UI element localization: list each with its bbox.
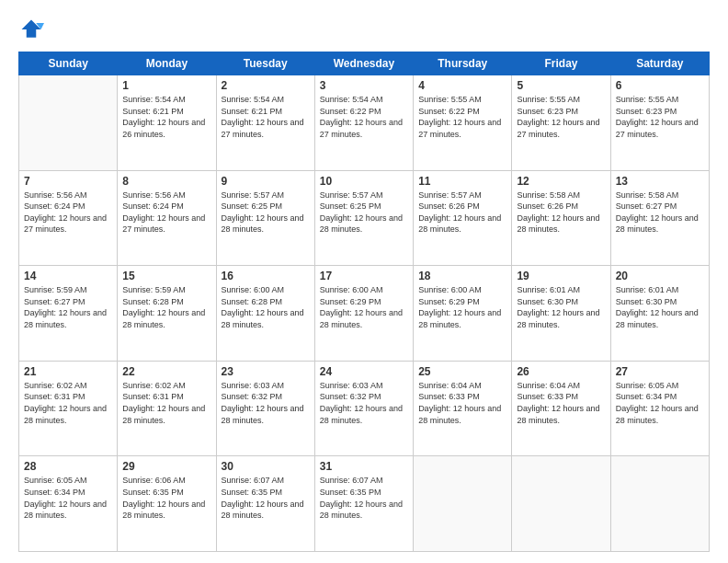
table-row: 25Sunrise: 6:04 AM Sunset: 6:33 PM Dayli… — [414, 361, 512, 456]
day-number: 8 — [122, 175, 210, 188]
table-row: 13Sunrise: 5:58 AM Sunset: 6:27 PM Dayli… — [610, 170, 709, 266]
day-info: Sunrise: 6:06 AM Sunset: 6:35 PM Dayligh… — [122, 475, 210, 521]
day-info: Sunrise: 5:58 AM Sunset: 6:27 PM Dayligh… — [616, 190, 704, 236]
table-row: 5Sunrise: 5:55 AM Sunset: 6:23 PM Daylig… — [512, 75, 610, 171]
col-sunday: Sunday — [19, 52, 118, 75]
day-number: 14 — [24, 270, 112, 282]
table-row: 2Sunrise: 5:54 AM Sunset: 6:21 PM Daylig… — [216, 75, 314, 171]
col-saturday: Saturday — [610, 52, 709, 75]
day-number: 10 — [320, 175, 408, 188]
table-row: 21Sunrise: 6:02 AM Sunset: 6:31 PM Dayli… — [19, 361, 118, 456]
day-info: Sunrise: 5:54 AM Sunset: 6:21 PM Dayligh… — [122, 94, 210, 140]
day-number: 31 — [320, 460, 408, 473]
col-friday: Friday — [512, 52, 610, 75]
calendar-week-1: 7Sunrise: 5:56 AM Sunset: 6:24 PM Daylig… — [19, 170, 710, 266]
day-number: 20 — [616, 270, 704, 282]
table-row: 26Sunrise: 6:04 AM Sunset: 6:33 PM Dayli… — [512, 361, 610, 456]
day-info: Sunrise: 6:05 AM Sunset: 6:34 PM Dayligh… — [616, 380, 704, 426]
day-info: Sunrise: 6:00 AM Sunset: 6:29 PM Dayligh… — [418, 284, 506, 330]
table-row: 15Sunrise: 5:59 AM Sunset: 6:28 PM Dayli… — [118, 266, 216, 362]
table-row: 16Sunrise: 6:00 AM Sunset: 6:28 PM Dayli… — [216, 266, 314, 362]
table-row: 7Sunrise: 5:56 AM Sunset: 6:24 PM Daylig… — [19, 170, 118, 266]
day-number: 24 — [320, 365, 408, 378]
calendar-week-0: 1Sunrise: 5:54 AM Sunset: 6:21 PM Daylig… — [19, 75, 710, 171]
table-row: 30Sunrise: 6:07 AM Sunset: 6:35 PM Dayli… — [216, 456, 314, 552]
day-info: Sunrise: 5:57 AM Sunset: 6:26 PM Dayligh… — [418, 190, 506, 236]
table-row: 3Sunrise: 5:54 AM Sunset: 6:22 PM Daylig… — [314, 75, 413, 171]
day-info: Sunrise: 5:56 AM Sunset: 6:24 PM Dayligh… — [24, 190, 112, 236]
table-row: 31Sunrise: 6:07 AM Sunset: 6:35 PM Dayli… — [314, 456, 413, 552]
day-number: 21 — [24, 365, 112, 378]
table-row: 14Sunrise: 5:59 AM Sunset: 6:27 PM Dayli… — [19, 266, 118, 362]
day-number: 6 — [616, 79, 704, 92]
table-row: 20Sunrise: 6:01 AM Sunset: 6:30 PM Dayli… — [610, 266, 709, 362]
day-info: Sunrise: 6:03 AM Sunset: 6:32 PM Dayligh… — [222, 380, 310, 426]
day-info: Sunrise: 5:56 AM Sunset: 6:24 PM Dayligh… — [122, 190, 210, 236]
day-number: 22 — [122, 365, 210, 378]
day-info: Sunrise: 5:54 AM Sunset: 6:22 PM Dayligh… — [320, 94, 408, 140]
day-number: 26 — [517, 365, 605, 378]
day-number: 16 — [222, 270, 310, 282]
day-info: Sunrise: 6:03 AM Sunset: 6:32 PM Dayligh… — [320, 380, 408, 426]
day-number: 13 — [616, 175, 704, 188]
day-number: 27 — [616, 365, 704, 378]
day-number: 30 — [222, 460, 310, 473]
day-info: Sunrise: 5:57 AM Sunset: 6:25 PM Dayligh… — [320, 190, 408, 236]
table-row: 23Sunrise: 6:03 AM Sunset: 6:32 PM Dayli… — [216, 361, 314, 456]
table-row: 29Sunrise: 6:06 AM Sunset: 6:35 PM Dayli… — [118, 456, 216, 552]
table-row: 1Sunrise: 5:54 AM Sunset: 6:21 PM Daylig… — [118, 75, 216, 171]
calendar-week-3: 21Sunrise: 6:02 AM Sunset: 6:31 PM Dayli… — [19, 361, 710, 456]
day-info: Sunrise: 6:02 AM Sunset: 6:31 PM Dayligh… — [24, 380, 112, 426]
day-info: Sunrise: 6:04 AM Sunset: 6:33 PM Dayligh… — [418, 380, 506, 426]
table-row: 24Sunrise: 6:03 AM Sunset: 6:32 PM Dayli… — [314, 361, 413, 456]
svg-marker-0 — [22, 20, 41, 38]
table-row: 4Sunrise: 5:55 AM Sunset: 6:22 PM Daylig… — [414, 75, 512, 171]
day-info: Sunrise: 6:07 AM Sunset: 6:35 PM Dayligh… — [320, 475, 408, 521]
logo-icon — [18, 17, 44, 42]
day-number: 19 — [517, 270, 605, 282]
day-info: Sunrise: 6:00 AM Sunset: 6:29 PM Dayligh… — [320, 284, 408, 330]
day-info: Sunrise: 5:58 AM Sunset: 6:26 PM Dayligh… — [517, 190, 605, 236]
table-row: 17Sunrise: 6:00 AM Sunset: 6:29 PM Dayli… — [314, 266, 413, 362]
day-number: 17 — [320, 270, 408, 282]
day-number: 25 — [418, 365, 506, 378]
day-number: 28 — [24, 460, 112, 473]
calendar-week-4: 28Sunrise: 6:05 AM Sunset: 6:34 PM Dayli… — [19, 456, 710, 552]
day-info: Sunrise: 6:01 AM Sunset: 6:30 PM Dayligh… — [517, 284, 605, 330]
day-info: Sunrise: 6:01 AM Sunset: 6:30 PM Dayligh… — [616, 284, 704, 330]
day-info: Sunrise: 6:04 AM Sunset: 6:33 PM Dayligh… — [517, 380, 605, 426]
day-info: Sunrise: 5:55 AM Sunset: 6:23 PM Dayligh… — [517, 94, 605, 140]
table-row: 22Sunrise: 6:02 AM Sunset: 6:31 PM Dayli… — [118, 361, 216, 456]
calendar-week-2: 14Sunrise: 5:59 AM Sunset: 6:27 PM Dayli… — [19, 266, 710, 362]
day-info: Sunrise: 5:59 AM Sunset: 6:28 PM Dayligh… — [122, 284, 210, 330]
col-tuesday: Tuesday — [216, 52, 314, 75]
col-thursday: Thursday — [414, 52, 512, 75]
day-info: Sunrise: 5:55 AM Sunset: 6:22 PM Dayligh… — [418, 94, 506, 140]
table-row: 28Sunrise: 6:05 AM Sunset: 6:34 PM Dayli… — [19, 456, 118, 552]
day-number: 1 — [122, 79, 210, 92]
day-number: 12 — [517, 175, 605, 188]
table-row: 11Sunrise: 5:57 AM Sunset: 6:26 PM Dayli… — [414, 170, 512, 266]
day-info: Sunrise: 5:57 AM Sunset: 6:25 PM Dayligh… — [222, 190, 310, 236]
day-info: Sunrise: 6:07 AM Sunset: 6:35 PM Dayligh… — [222, 475, 310, 521]
day-info: Sunrise: 5:54 AM Sunset: 6:21 PM Dayligh… — [222, 94, 310, 140]
table-row: 6Sunrise: 5:55 AM Sunset: 6:23 PM Daylig… — [610, 75, 709, 171]
day-info: Sunrise: 5:55 AM Sunset: 6:23 PM Dayligh… — [616, 94, 704, 140]
day-number: 11 — [418, 175, 506, 188]
table-row: 10Sunrise: 5:57 AM Sunset: 6:25 PM Dayli… — [314, 170, 413, 266]
table-row: 27Sunrise: 6:05 AM Sunset: 6:34 PM Dayli… — [610, 361, 709, 456]
table-row — [414, 456, 512, 552]
table-row: 12Sunrise: 5:58 AM Sunset: 6:26 PM Dayli… — [512, 170, 610, 266]
col-wednesday: Wednesday — [314, 52, 413, 75]
page: Sunday Monday Tuesday Wednesday Thursday… — [0, 0, 728, 563]
day-number: 29 — [122, 460, 210, 473]
day-number: 2 — [222, 79, 310, 92]
day-number: 3 — [320, 79, 408, 92]
table-row: 18Sunrise: 6:00 AM Sunset: 6:29 PM Dayli… — [414, 266, 512, 362]
day-number: 4 — [418, 79, 506, 92]
top-section — [18, 17, 710, 42]
table-row: 19Sunrise: 6:01 AM Sunset: 6:30 PM Dayli… — [512, 266, 610, 362]
day-number: 9 — [222, 175, 310, 188]
table-row — [19, 75, 118, 171]
col-monday: Monday — [118, 52, 216, 75]
